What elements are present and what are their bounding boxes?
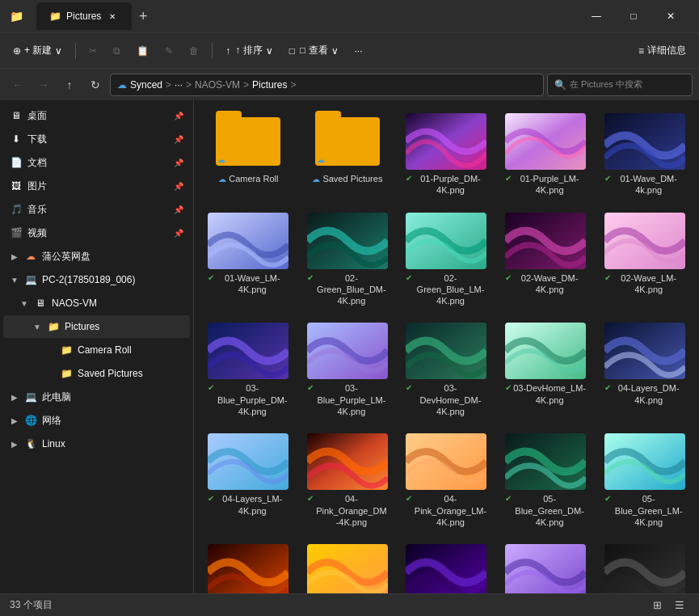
file-item-02-wave-dm[interactable]: ✔ 02-Wave_DM-4K.png	[498, 206, 594, 314]
file-item-04-layers-dm[interactable]: ✔ 04-Layers_DM-4K.png	[596, 316, 693, 424]
file-item-06-blue-purple-dm[interactable]: ✔ 06-Blue_Purple_DM-4K.png	[398, 538, 495, 593]
sync-icon-3: ✔	[604, 173, 611, 184]
delete-button[interactable]: 🗑	[183, 38, 205, 64]
file-item-01-purple-dm[interactable]: ✔ 01-Purple_DM-4K.png	[398, 107, 495, 203]
close-button[interactable]: ✕	[652, 3, 689, 29]
file-item-saved-pictures[interactable]: ☁ ☁ Saved Pictures	[300, 107, 396, 203]
sidebar-item-picture[interactable]: 🖼 图片 📌	[3, 175, 190, 197]
sidebar-group-thispc[interactable]: ▶ 💻 此电脑	[3, 386, 190, 408]
up-button[interactable]: ↑	[58, 74, 81, 96]
refresh-button[interactable]: ↻	[84, 74, 107, 96]
delete-icon: 🗑	[189, 45, 199, 57]
sidebar-label-music: 音乐	[27, 203, 47, 217]
expand-arrow-linux: ▶	[10, 439, 19, 449]
rename-button[interactable]: ✎	[158, 38, 179, 64]
file-item-06-blue-purple-lm[interactable]: ✔ 06-Blue_Purple_LM-4K.png	[498, 538, 594, 593]
sidebar-label-saved: Saved Pictures	[78, 368, 143, 379]
cut-button[interactable]: ✂	[82, 38, 103, 64]
sidebar-label-camera-roll: Camera Roll	[78, 344, 132, 356]
file-item-01-wave-lm[interactable]: ✔ 01-Wave_LM-4K.png	[200, 206, 297, 314]
sidebar-label-cloud: 蒲公英网盘	[42, 250, 91, 264]
file-item-04-layers-lm[interactable]: ✔ 04-Layers_LM-4K.png	[200, 427, 297, 534]
breadcrumb[interactable]: ☁ Synced > ··· > NAOS-VM > Pictures >	[110, 74, 544, 96]
pin-icon-3: 📌	[174, 158, 183, 167]
new-tab-button[interactable]: +	[132, 5, 154, 27]
file-item-03-blue-purp-lm[interactable]: ✔ 03-Blue_Purple_LM-4K.png	[300, 316, 396, 424]
file-item-03-devhome-lm[interactable]: ✔ 03-DevHome_LM-4K.png	[498, 316, 594, 424]
details-icon: ≡	[638, 45, 644, 57]
maximize-button[interactable]: □	[615, 3, 652, 29]
sort-button[interactable]: ↑ ↑ 排序 ∨	[219, 38, 279, 64]
thumb-06-blue-purple-dm	[406, 544, 486, 593]
file-item-03-devhome-dm[interactable]: ✔ 03-DevHome_DM-4K.png	[398, 316, 495, 424]
file-item-01-purple-lm[interactable]: ✔ 01-Purple_LM-4K.png	[498, 107, 594, 203]
tab-close-button[interactable]: ✕	[106, 10, 119, 23]
sidebar-item-camera-roll[interactable]: 📁 Camera Roll	[3, 339, 190, 361]
breadcrumb-sep3: >	[243, 79, 249, 91]
file-label-05-blue-green-dm: ✔ 05-Blue_Green_DM-4K.png	[505, 493, 586, 528]
sidebar-group-cloud[interactable]: ▶ ☁ 蒲公英网盘	[3, 245, 190, 268]
sidebar-item-desktop[interactable]: 🖥 桌面 📌	[3, 104, 190, 127]
file-item-05-blue-green-lm[interactable]: ✔ 05-Blue_Green_LM-4K.png	[596, 427, 693, 534]
file-label-05-blue-green-lm: ✔ 05-Blue_Green_LM-4K.png	[604, 493, 685, 528]
view-button[interactable]: □ □ 查看 ∨	[283, 38, 345, 64]
file-item-02-wave-lm[interactable]: ✔ 02-Wave_LM-4K.png	[596, 206, 693, 314]
sidebar-item-video[interactable]: 🎬 视频 📌	[3, 222, 190, 244]
sidebar-item-document[interactable]: 📄 文档 📌	[3, 151, 190, 174]
paste-button[interactable]: 📋	[130, 38, 155, 64]
file-label-03-devhome-lm: ✔ 03-DevHome_LM-4K.png	[505, 382, 586, 406]
thumb-04-layers-lm	[208, 433, 288, 490]
file-label-02-wave-lm: ✔ 02-Wave_LM-4K.png	[604, 272, 685, 296]
sidebar-group-naos[interactable]: ▼ 🖥 NAOS-VM	[3, 292, 190, 314]
sync-icon-16: ✔	[406, 493, 412, 504]
list-view-button[interactable]: ☰	[670, 597, 689, 614]
breadcrumb-synced: Synced	[130, 79, 162, 91]
file-item-05-blue-green-dm[interactable]: ✔ 05-Blue_Green_DM-4K.png	[498, 427, 594, 534]
grid-view-button[interactable]: ⊞	[647, 597, 667, 614]
sidebar-item-pictures-folder[interactable]: ▼ 📁 Pictures	[3, 315, 190, 338]
back-button[interactable]: ←	[6, 74, 29, 96]
sidebar-item-saved-pictures[interactable]: 📁 Saved Pictures	[3, 362, 190, 385]
file-item-02-green-blue-lm[interactable]: ✔ 02-Green_Blue_LM-4K.png	[398, 206, 495, 314]
copy-button[interactable]: ⧉	[107, 38, 127, 64]
file-item-02-green-blue-dm[interactable]: ✔ 02-Green_Blue_DM-4K.png	[300, 206, 396, 314]
breadcrumb-sep2: >	[186, 79, 192, 91]
thumb-01-wave-lm	[208, 213, 288, 269]
file-label-camera-roll: ☁ Camera Roll	[218, 173, 278, 184]
sidebar-group-network[interactable]: ▶ 🌐 网络	[3, 409, 190, 432]
file-item-06-yellow-dm[interactable]: ✔ 06-Yellow_DM-4K.png	[596, 538, 693, 593]
tab-item[interactable]: 📁 Pictures ✕	[36, 2, 132, 30]
pin-icon: 📌	[174, 112, 183, 120]
details-button[interactable]: ≡ 详细信息	[632, 38, 693, 64]
new-button[interactable]: ⊕ + 新建 ∨	[6, 38, 69, 64]
details-label: 详细信息	[647, 44, 686, 57]
sidebar-group-linux[interactable]: ▶ 🐧 Linux	[3, 432, 190, 455]
forward-button[interactable]: →	[32, 74, 55, 96]
sidebar-label-network: 网络	[42, 414, 61, 428]
file-item-04-pink-orange-lm[interactable]: ✔ 04-Pink_Orange_LM-4K.png	[398, 427, 495, 534]
sidebar-label-linux: Linux	[42, 438, 65, 449]
more-button[interactable]: ···	[348, 38, 369, 64]
thumb-03-blue-purp-lm	[307, 323, 388, 379]
file-item-05-orange-dm[interactable]: ✔ 05-Orange_DM-4K.png	[200, 538, 297, 593]
thumb-06-yellow-dm	[604, 544, 685, 593]
minimize-button[interactable]: —	[578, 3, 615, 29]
file-label-saved-pictures: ☁ Saved Pictures	[312, 173, 382, 184]
search-bar[interactable]: 🔍 在 Pictures 中搜索	[547, 74, 693, 96]
sidebar-group-pc2[interactable]: ▼ 💻 PC-2(17850189_006)	[3, 268, 190, 291]
file-item-05-orange-lm[interactable]: ✔ 05-Orange_LM-4K.png	[300, 538, 396, 593]
sidebar-item-music[interactable]: 🎵 音乐 📌	[3, 198, 190, 221]
expand-arrow-network: ▶	[10, 416, 19, 425]
file-item-04-pink-orange-dm[interactable]: ✔ 04-Pink_Orange_DM-4K.png	[300, 427, 396, 534]
file-item-03-blue-purp-dm[interactable]: ✔ 03-Blue_Purple_DM-4K.png	[200, 316, 297, 424]
file-item-camera-roll[interactable]: ☁ ☁ Camera Roll	[200, 107, 297, 203]
thumb-01-purple-dm	[406, 113, 486, 170]
folder-icon-saved	[315, 117, 380, 166]
file-item-01-wave-dm[interactable]: ✔ 01-Wave_DM-4k.png	[596, 107, 693, 203]
folder-icon-camera	[216, 117, 280, 166]
sidebar-item-download[interactable]: ⬇ 下载 📌	[3, 128, 190, 150]
sidebar-label-naos: NAOS-VM	[52, 297, 97, 309]
file-label-02-green-blue-dm: ✔ 02-Green_Blue_DM-4K.png	[307, 272, 388, 307]
cloud-nav-icon: ☁	[24, 250, 37, 263]
file-label-03-blue-purp-lm: ✔ 03-Blue_Purple_LM-4K.png	[307, 382, 388, 417]
